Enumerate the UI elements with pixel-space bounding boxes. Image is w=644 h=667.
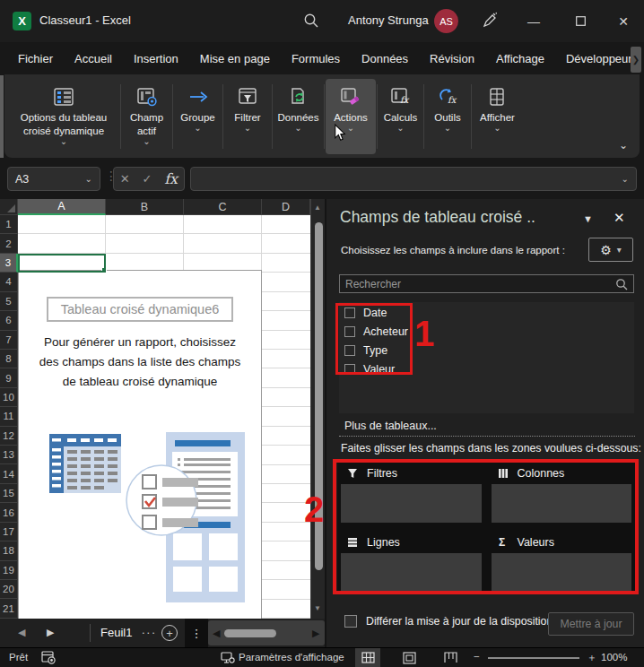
- ribbon-tab-revision[interactable]: Révision: [419, 47, 485, 70]
- update-button[interactable]: Mettre à jour: [548, 612, 634, 636]
- ribbon-button-groupe[interactable]: Groupe⌄: [174, 79, 222, 154]
- pane-options-chevron-icon[interactable]: ▼: [583, 213, 593, 224]
- ribbon-group-separator: [222, 84, 223, 149]
- ribbon-tab-formules[interactable]: Formules: [281, 47, 351, 70]
- row-header-21[interactable]: 21: [0, 599, 18, 618]
- tab-scroll-chevron[interactable]: ❯: [631, 47, 641, 73]
- more-tables-link[interactable]: Plus de tableaux...: [344, 420, 437, 432]
- formula-input[interactable]: ⌄: [190, 167, 637, 191]
- zoom-level[interactable]: 100%: [601, 652, 627, 663]
- close-button[interactable]: ✕: [603, 0, 644, 42]
- display-settings-label[interactable]: Paramètres d'affichage: [239, 652, 344, 663]
- pivottable-help-text: Pour générer un rapport, choisissez des …: [19, 333, 261, 392]
- row-header-9[interactable]: 9: [0, 368, 18, 387]
- sheet-tab-ellipsis[interactable]: ...: [142, 623, 157, 637]
- column-header-c[interactable]: C: [184, 199, 262, 215]
- maximize-button[interactable]: [560, 0, 601, 42]
- row-header-12[interactable]: 12: [0, 427, 18, 446]
- cancel-icon[interactable]: ✕: [120, 172, 130, 186]
- scroll-up-icon[interactable]: ▲: [314, 204, 323, 212]
- user-name[interactable]: Antony Strunga: [348, 13, 429, 27]
- title-bar: X Classeur1 - Excel Antony Strunga AS — …: [0, 0, 644, 42]
- pivottable-options-icon: [53, 86, 74, 108]
- zoom-out-icon[interactable]: −: [474, 651, 480, 662]
- worksheet: ABCD 123456789101112131415161718192021 T…: [0, 199, 325, 619]
- row-header-11[interactable]: 11: [0, 407, 18, 426]
- pen-inking-icon[interactable]: [481, 12, 499, 30]
- insert-function-icon[interactable]: fx: [164, 170, 178, 187]
- row-header-1[interactable]: 1: [0, 215, 18, 234]
- ribbon-group-separator: [120, 84, 121, 149]
- next-sheet-icon[interactable]: ▶: [47, 627, 54, 638]
- sheet-tab-feuil1[interactable]: Feuil1: [100, 626, 132, 639]
- zoom-in-icon[interactable]: ＋: [587, 651, 597, 664]
- scroll-right-icon[interactable]: ▶: [312, 628, 319, 639]
- search-icon[interactable]: [303, 13, 319, 29]
- row-header-3[interactable]: 3: [0, 254, 18, 273]
- svg-text:fx: fx: [448, 95, 457, 105]
- column-header-a[interactable]: A: [18, 199, 106, 215]
- collapse-ribbon-chevron-icon[interactable]: ⌄: [619, 139, 628, 152]
- row-header-13[interactable]: 13: [0, 446, 18, 464]
- defer-layout-checkbox[interactable]: [344, 615, 357, 628]
- row-header-10[interactable]: 10: [0, 388, 18, 407]
- enter-icon[interactable]: ✓: [143, 172, 152, 186]
- ribbon-button-outils[interactable]: fxOutils⌄: [425, 79, 470, 154]
- ribbon-tab-fichier[interactable]: Fichier: [7, 47, 64, 70]
- search-input[interactable]: Rechercher: [339, 274, 634, 293]
- ribbon-tab-developpeur[interactable]: Développeur: [555, 47, 643, 70]
- zoom-slider-track[interactable]: [488, 657, 579, 659]
- vertical-scrollbar[interactable]: ▲ ▼: [310, 199, 325, 619]
- scroll-down-icon[interactable]: ▼: [314, 604, 323, 612]
- row-header-6[interactable]: 6: [0, 311, 18, 330]
- ribbon-tab-donnees[interactable]: Données: [351, 47, 419, 70]
- ribbon-button-options-du-tableau-croise-dynamique[interactable]: Options du tableaucroisé dynamique⌄: [8, 79, 119, 154]
- horizontal-scrollbar[interactable]: ◀ ▶: [208, 620, 325, 645]
- minimize-button[interactable]: —: [513, 0, 554, 42]
- page-break-view-icon[interactable]: [438, 648, 463, 667]
- selected-cell-a3[interactable]: [18, 254, 106, 273]
- prev-sheet-icon[interactable]: ◀: [18, 627, 25, 638]
- row-header-17[interactable]: 17: [0, 523, 18, 541]
- macro-record-icon[interactable]: [41, 651, 56, 664]
- expand-formula-bar-icon[interactable]: ⌄: [622, 176, 629, 183]
- row-header-19[interactable]: 19: [0, 561, 18, 580]
- pane-close-icon[interactable]: ✕: [614, 210, 625, 226]
- ribbon-tab-insertion[interactable]: Insertion: [123, 47, 189, 70]
- row-header-2[interactable]: 2: [0, 234, 18, 253]
- ribbon-button-afficher[interactable]: Afficher⌄: [473, 79, 522, 154]
- row-header-8[interactable]: 8: [0, 350, 18, 368]
- row-header-7[interactable]: 7: [0, 331, 18, 350]
- ribbon-tab-affichage[interactable]: Affichage: [485, 47, 555, 70]
- normal-view-icon[interactable]: [355, 648, 380, 667]
- row-header-18[interactable]: 18: [0, 541, 18, 560]
- kebab-menu-icon[interactable]: ⋮: [185, 619, 208, 647]
- scroll-left-icon[interactable]: ◀: [213, 628, 220, 639]
- row-header-4[interactable]: 4: [0, 273, 18, 291]
- row-header-14[interactable]: 14: [0, 464, 18, 483]
- ribbon-button-calculs[interactable]: fxCalculs⌄: [379, 79, 422, 154]
- cell-grid[interactable]: Tableau croisé dynamique6 Pour générer u…: [18, 215, 310, 619]
- horizontal-scrollbar-thumb[interactable]: [224, 629, 276, 637]
- ribbon-button-actions[interactable]: Actions⌄: [326, 79, 376, 154]
- column-header-b[interactable]: B: [106, 199, 184, 215]
- row-header-15[interactable]: 15: [0, 484, 18, 503]
- column-header-d[interactable]: D: [262, 199, 310, 215]
- row-header-16[interactable]: 16: [0, 503, 18, 522]
- row-header-5[interactable]: 5: [0, 292, 18, 311]
- drag-zones-label: Faites glisser les champs dans les zones…: [341, 442, 641, 455]
- annotation-box-1: [335, 303, 413, 375]
- ribbon-tab-accueil[interactable]: Accueil: [64, 47, 123, 70]
- ribbon-button-champ-actif[interactable]: Champactif⌄: [122, 79, 171, 154]
- ribbon-tab-mise-en-page[interactable]: Mise en page: [189, 47, 281, 70]
- name-box[interactable]: A3 ⌄: [7, 167, 100, 191]
- row-header-20[interactable]: 20: [0, 580, 18, 599]
- select-all-corner[interactable]: [0, 199, 18, 215]
- page-layout-view-icon[interactable]: [396, 648, 422, 667]
- add-sheet-icon[interactable]: +: [161, 625, 178, 641]
- dropdown-chevron-icon: ⌄: [244, 125, 251, 132]
- tools-gear-button[interactable]: ⚙▾: [588, 238, 633, 262]
- ribbon-button-filtrer[interactable]: Filtrer⌄: [224, 79, 271, 154]
- avatar[interactable]: AS: [434, 9, 458, 33]
- ribbon-button-donnees[interactable]: Données⌄: [274, 79, 323, 154]
